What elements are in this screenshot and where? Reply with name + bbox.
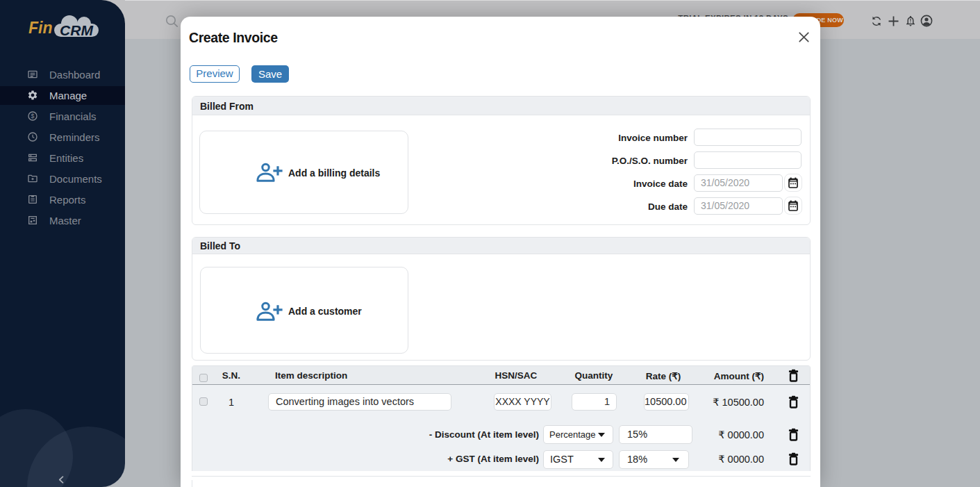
svg-text:CRM: CRM — [60, 22, 93, 38]
svg-text:$: $ — [31, 113, 35, 119]
